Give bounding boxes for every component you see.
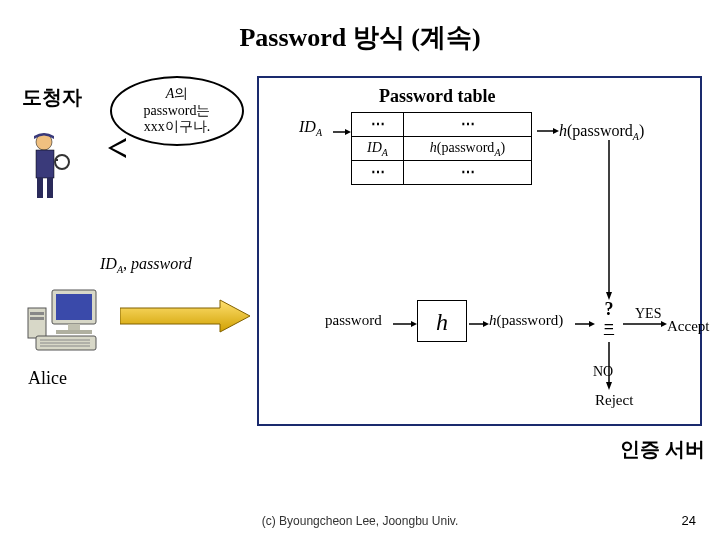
yes-label: YES	[635, 306, 661, 322]
svg-marker-21	[606, 382, 612, 390]
ida-input-label: IDA	[299, 118, 322, 138]
big-arrow-icon	[120, 298, 250, 334]
svg-rect-24	[56, 294, 92, 320]
auth-server-box: Password table IDA ⋯⋯ IDA h(passwordA) ⋯…	[257, 76, 702, 426]
svg-rect-3	[47, 178, 53, 198]
no-label: NO	[593, 364, 613, 380]
bubble-line1: A의	[166, 86, 189, 103]
arrow-icon	[469, 320, 489, 328]
svg-rect-25	[68, 324, 80, 330]
alice-label: Alice	[28, 368, 67, 389]
reject-label: Reject	[595, 392, 633, 409]
eavesdropper-label: 도청자	[22, 84, 82, 111]
slide-title: Password 방식 (계속)	[0, 20, 720, 55]
hpass-output-label: h(passwordA)	[559, 122, 644, 142]
svg-marker-22	[120, 300, 250, 332]
arrow-down-icon	[605, 140, 613, 300]
svg-point-4	[55, 155, 69, 169]
password-input-label: password	[325, 312, 382, 329]
compare-op: ?=	[594, 300, 624, 342]
svg-rect-28	[30, 312, 44, 315]
arrow-icon	[575, 320, 595, 328]
footer-copyright: (c) Byoungcheon Lee, Joongbu Univ.	[0, 514, 720, 528]
spy-icon	[24, 130, 74, 200]
arrow-icon	[333, 128, 351, 136]
server-label: 인증 서버	[620, 436, 705, 463]
bubble-line3: xxx이구나.	[144, 119, 211, 136]
password-table: ⋯⋯ IDA h(passwordA) ⋯⋯	[351, 112, 532, 185]
svg-rect-1	[36, 150, 54, 178]
svg-rect-26	[56, 330, 92, 334]
svg-rect-2	[37, 178, 43, 198]
arrow-icon	[393, 320, 417, 328]
page-number: 24	[682, 513, 696, 528]
speech-bubble-tail	[108, 138, 126, 158]
table-row: ⋯⋯	[352, 161, 532, 185]
speech-bubble: A의 password는 xxx이구나.	[110, 76, 244, 146]
accept-label: Accept	[667, 318, 709, 335]
computer-icon	[26, 288, 104, 352]
table-row: ⋯⋯	[352, 113, 532, 137]
hash-function-box: h	[417, 300, 467, 342]
bubble-line2: password는	[144, 103, 211, 120]
table-row: IDA h(passwordA)	[352, 137, 532, 161]
ida-password-label: IDA, password	[100, 255, 192, 275]
hpassword-output-label: h(password)	[489, 312, 563, 329]
arrow-icon	[537, 127, 559, 135]
password-table-title: Password table	[379, 86, 496, 107]
svg-rect-29	[30, 317, 44, 320]
